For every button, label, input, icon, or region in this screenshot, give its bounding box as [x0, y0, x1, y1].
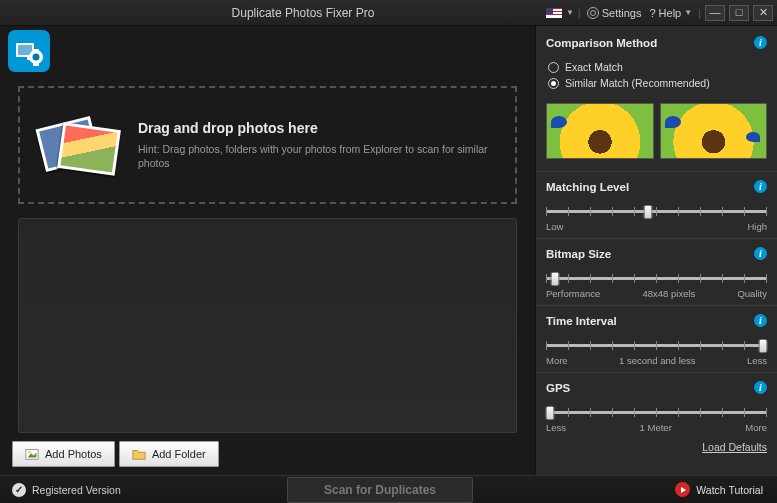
add-folder-button[interactable]: Add Folder: [119, 441, 219, 467]
photos-icon: [34, 106, 124, 184]
settings-button[interactable]: Settings: [585, 7, 644, 19]
load-defaults-link[interactable]: Load Defaults: [546, 441, 767, 453]
slider-mid-label: 48x48 pixels: [600, 288, 737, 299]
svg-point-3: [33, 54, 40, 61]
info-icon[interactable]: i: [754, 36, 767, 49]
slider-mid-label: 1 Meter: [566, 422, 745, 433]
close-button[interactable]: ✕: [753, 5, 773, 21]
radio-icon: [548, 62, 559, 73]
flag-icon[interactable]: [546, 8, 562, 18]
check-icon: ✓: [12, 483, 26, 497]
info-icon[interactable]: i: [754, 247, 767, 260]
add-photos-label: Add Photos: [45, 448, 102, 460]
svg-rect-1: [18, 45, 32, 55]
maximize-button[interactable]: □: [729, 5, 749, 21]
radio-icon: [548, 78, 559, 89]
preview-image-2: [660, 103, 768, 159]
matching-level-slider[interactable]: [546, 205, 767, 219]
gear-icon: [587, 7, 599, 19]
svg-rect-5: [33, 63, 39, 66]
slider-left-label: Performance: [546, 288, 600, 299]
chevron-down-icon[interactable]: ▼: [566, 8, 574, 17]
chevron-down-icon: ▼: [684, 8, 692, 17]
slider-right-label: Quality: [737, 288, 767, 299]
slider-left-label: More: [546, 355, 568, 366]
bitmap-size-slider[interactable]: [546, 272, 767, 286]
slider-left-label: Less: [546, 422, 566, 433]
info-icon[interactable]: i: [754, 381, 767, 394]
slider-right-label: Less: [747, 355, 767, 366]
svg-rect-4: [33, 49, 39, 52]
play-icon: [675, 482, 690, 497]
slider-high-label: High: [747, 221, 767, 232]
dropzone[interactable]: Drag and drop photos here Hint: Drag pho…: [18, 86, 517, 204]
add-photos-button[interactable]: Add Photos: [12, 441, 115, 467]
time-interval-slider[interactable]: [546, 339, 767, 353]
radio-label: Similar Match (Recommended): [565, 77, 710, 89]
bitmap-size-title: Bitmap Size: [546, 248, 611, 260]
help-label: ? Help: [649, 7, 681, 19]
radio-exact-match[interactable]: Exact Match: [548, 59, 767, 75]
info-icon[interactable]: i: [754, 314, 767, 327]
registered-status: ✓ Registered Version: [0, 483, 121, 497]
footer: ✓ Registered Version Scan for Duplicates…: [0, 475, 777, 503]
info-icon[interactable]: i: [754, 180, 767, 193]
minimize-button[interactable]: —: [705, 5, 725, 21]
settings-label: Settings: [602, 7, 642, 19]
time-interval-title: Time Interval: [546, 315, 617, 327]
help-button[interactable]: ? Help ▼: [647, 7, 694, 19]
radio-similar-match[interactable]: Similar Match (Recommended): [548, 75, 767, 91]
radio-label: Exact Match: [565, 61, 623, 73]
slider-right-label: More: [745, 422, 767, 433]
folder-icon: [132, 447, 146, 461]
photo-list-area: [18, 218, 517, 433]
comparison-method-title: Comparison Method: [546, 37, 657, 49]
preview-image-1: [546, 103, 654, 159]
slider-mid-label: 1 second and less: [568, 355, 747, 366]
photo-icon: [25, 447, 39, 461]
matching-level-title: Matching Level: [546, 181, 629, 193]
registered-label: Registered Version: [32, 484, 121, 496]
scan-button[interactable]: Scan for Duplicates: [287, 477, 473, 503]
gps-slider[interactable]: [546, 406, 767, 420]
app-title: Duplicate Photos Fixer Pro: [60, 6, 546, 20]
watch-label: Watch Tutorial: [696, 484, 763, 496]
add-folder-label: Add Folder: [152, 448, 206, 460]
slider-low-label: Low: [546, 221, 563, 232]
titlebar: Duplicate Photos Fixer Pro ▼ | Settings …: [0, 0, 777, 26]
dropzone-heading: Drag and drop photos here: [138, 120, 501, 136]
right-panel: Comparison Method i Exact Match Similar …: [535, 26, 777, 475]
dropzone-hint: Hint: Drag photos, folders with your pho…: [138, 142, 501, 170]
gps-title: GPS: [546, 382, 570, 394]
app-logo: [8, 30, 50, 72]
left-panel: Drag and drop photos here Hint: Drag pho…: [0, 26, 535, 475]
watch-tutorial-button[interactable]: Watch Tutorial: [675, 482, 777, 497]
svg-point-9: [28, 451, 31, 454]
svg-rect-6: [27, 55, 30, 60]
